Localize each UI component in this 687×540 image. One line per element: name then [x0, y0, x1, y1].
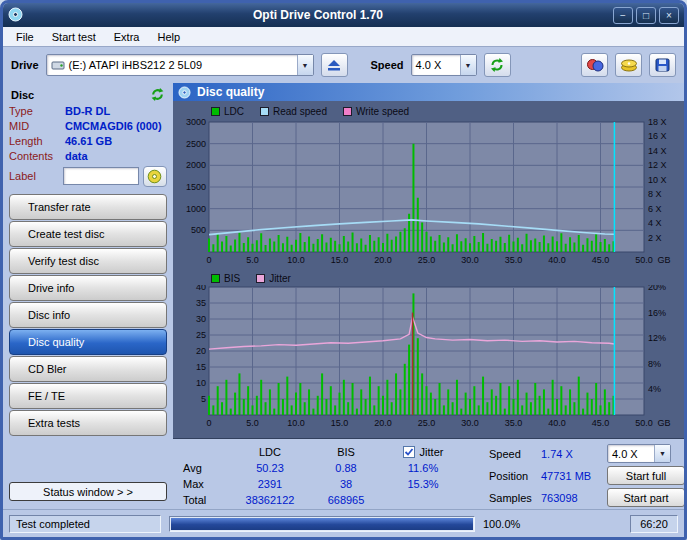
- start-full-button[interactable]: Start full: [607, 466, 685, 485]
- chevron-down-icon[interactable]: ▼: [654, 445, 670, 462]
- label-input[interactable]: [63, 167, 139, 185]
- samples-label: Samples: [489, 492, 541, 504]
- disc-info-value: 46.61 GB: [65, 135, 112, 147]
- disc-info-label: Type: [9, 105, 65, 117]
- sidebar-item-fe-te[interactable]: FE / TE: [9, 383, 167, 409]
- svg-text:20%: 20%: [648, 285, 666, 292]
- ldc-chart-legend: LDC Read speed Write speed: [211, 104, 684, 118]
- svg-text:10.0: 10.0: [287, 255, 305, 265]
- maximize-button[interactable]: □: [636, 7, 656, 24]
- menu-start-test[interactable]: Start test: [43, 29, 105, 45]
- svg-text:GB: GB: [657, 255, 670, 265]
- svg-text:25: 25: [196, 330, 206, 340]
- stats-value-bis: 668965: [313, 492, 379, 508]
- stats-col-bis: BIS: [313, 444, 379, 460]
- bis-chart-legend: BIS Jitter: [211, 271, 684, 285]
- position-label: Position: [489, 470, 541, 482]
- chevron-down-icon[interactable]: ▼: [460, 55, 476, 75]
- sidebar-item-create-test-disc[interactable]: Create test disc: [9, 221, 167, 247]
- sidebar-item-disc-quality[interactable]: Disc quality: [9, 329, 167, 355]
- stats-value-ldc: 38362122: [227, 492, 313, 508]
- cd-stack-button[interactable]: [615, 53, 642, 77]
- start-part-button[interactable]: Start part: [607, 488, 685, 507]
- drive-icon: [47, 59, 65, 71]
- menu-extra[interactable]: Extra: [105, 29, 149, 45]
- refresh-disc-button[interactable]: [150, 87, 165, 102]
- quality-speed-select[interactable]: 4.0 X ▼: [607, 444, 671, 463]
- drive-select[interactable]: (E:) ATAPI iHBS212 2 5L09 ▼: [46, 54, 314, 76]
- refresh-speed-button[interactable]: [484, 53, 511, 77]
- disc-quality-header-icon: [178, 86, 191, 99]
- jitter-checkbox[interactable]: [403, 446, 415, 458]
- progress-bar: [169, 516, 475, 532]
- stats-row-label: Avg: [183, 460, 227, 476]
- app-icon: [8, 7, 23, 24]
- disc-info-value: CMCMAGDI6 (000): [65, 120, 162, 132]
- legend-swatch: [260, 107, 269, 116]
- status-text: Test completed: [9, 515, 161, 533]
- svg-text:1000: 1000: [186, 204, 206, 214]
- svg-text:5.0: 5.0: [246, 255, 259, 265]
- drive-label: Drive: [11, 59, 39, 71]
- position-value: 47731 MB: [541, 470, 607, 482]
- legend-jitter: Jitter: [256, 273, 291, 284]
- chevron-down-icon[interactable]: ▼: [297, 55, 313, 75]
- svg-text:500: 500: [191, 225, 206, 235]
- legend-ldc: LDC: [211, 106, 244, 117]
- minimize-button[interactable]: −: [613, 7, 633, 24]
- stats-value-ldc: 2391: [227, 476, 313, 492]
- sidebar-item-cd-bler[interactable]: CD Bler: [9, 356, 167, 382]
- sidebar-item-transfer-rate[interactable]: Transfer rate: [9, 194, 167, 220]
- menu-file[interactable]: File: [7, 29, 43, 45]
- sidebar-item-extra-tests[interactable]: Extra tests: [9, 410, 167, 436]
- close-button[interactable]: ×: [659, 7, 679, 24]
- svg-text:40.0: 40.0: [548, 418, 566, 428]
- svg-text:50.0: 50.0: [635, 255, 653, 265]
- stats-row-label: Total: [183, 492, 227, 508]
- save-button[interactable]: [649, 53, 676, 77]
- svg-text:40.0: 40.0: [548, 255, 566, 265]
- disc-info-row: Length 46.61 GB: [9, 133, 167, 148]
- eject-button[interactable]: [321, 53, 348, 77]
- svg-text:12 X: 12 X: [648, 160, 667, 170]
- sidebar-item-disc-info[interactable]: Disc info: [9, 302, 167, 328]
- svg-text:8%: 8%: [648, 359, 661, 369]
- speed-select[interactable]: 4.0 X ▼: [411, 54, 477, 76]
- svg-text:4%: 4%: [648, 384, 661, 394]
- read-label-button[interactable]: [143, 166, 167, 187]
- svg-text:2 X: 2 X: [648, 233, 662, 243]
- disc-info-row: Type BD-R DL: [9, 103, 167, 118]
- charts-panel: LDC Read speed Write speed 5001000150020…: [173, 101, 684, 439]
- disc-info-label: Length: [9, 135, 65, 147]
- sidebar-item-verify-test-disc[interactable]: Verify test disc: [9, 248, 167, 274]
- sidebar-item-drive-info[interactable]: Drive info: [9, 275, 167, 301]
- compare-discs-button[interactable]: [581, 53, 608, 77]
- svg-text:15.0: 15.0: [331, 418, 349, 428]
- menu-help[interactable]: Help: [148, 29, 189, 45]
- status-window-button[interactable]: Status window > >: [9, 482, 167, 501]
- app-window: Opti Drive Control 1.70 − □ × FileStart …: [0, 0, 687, 540]
- toolbar: Drive (E:) ATAPI iHBS212 2 5L09 ▼ Speed …: [3, 47, 684, 83]
- svg-text:25.0: 25.0: [418, 418, 436, 428]
- stats-row-label: Max: [183, 476, 227, 492]
- stats-value-jitter: 15.3%: [379, 476, 467, 492]
- window-title: Opti Drive Control 1.70: [27, 8, 609, 22]
- progress-fill: [171, 518, 473, 530]
- legend-bis: BIS: [211, 273, 240, 284]
- svg-text:0: 0: [206, 418, 211, 428]
- svg-text:30.0: 30.0: [461, 255, 479, 265]
- svg-text:20: 20: [196, 346, 206, 356]
- stats-value-jitter: [379, 492, 467, 508]
- svg-text:2000: 2000: [186, 160, 206, 170]
- status-bar: Test completed 100.0% 66:20: [3, 509, 684, 537]
- svg-text:10.0: 10.0: [287, 418, 305, 428]
- svg-text:3000: 3000: [186, 118, 206, 127]
- ldc-read-speed-chart: 5001000150020002500300018 X16 X14 X12 X1…: [173, 118, 678, 268]
- legend-read-speed: Read speed: [260, 106, 327, 117]
- stats-value-ldc: 50.23: [227, 460, 313, 476]
- svg-text:45.0: 45.0: [592, 418, 610, 428]
- svg-text:20.0: 20.0: [374, 255, 392, 265]
- samples-value: 763098: [541, 492, 607, 504]
- svg-text:50.0: 50.0: [635, 418, 653, 428]
- menu-bar: FileStart testExtraHelp: [3, 27, 684, 47]
